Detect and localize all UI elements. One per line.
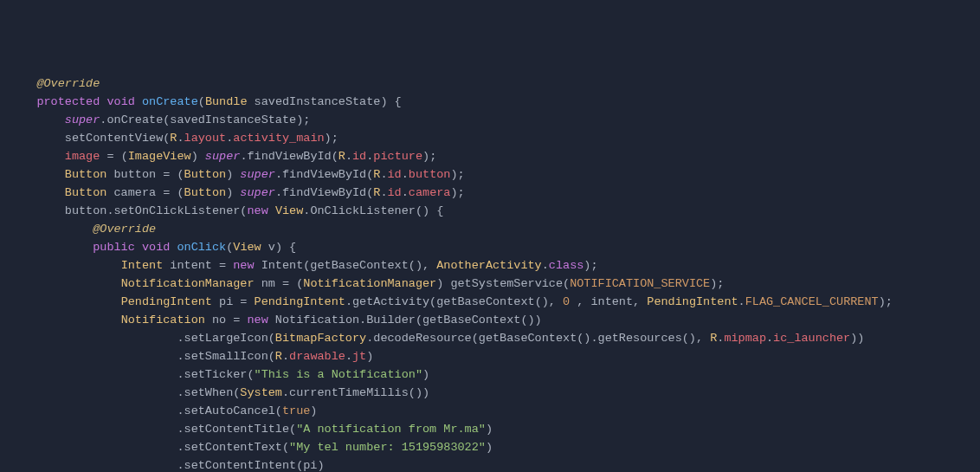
code-token: ) getSystemService( <box>436 277 570 290</box>
code-token: mipmap <box>724 332 766 345</box>
code-token: nm = ( <box>255 277 304 290</box>
code-token: . <box>542 259 549 272</box>
code-line[interactable]: .setContentText("My tel number: 15195983… <box>9 438 980 456</box>
code-token <box>9 277 121 290</box>
code-line[interactable]: .setWhen(System.currentTimeMillis()) <box>9 384 980 402</box>
code-token: .setContentText( <box>9 441 289 454</box>
code-line[interactable]: .setSmallIcon(R.drawable.jt) <box>9 347 980 365</box>
code-token: ) <box>486 441 493 454</box>
code-token: void <box>142 241 170 254</box>
code-token: ); <box>422 150 436 163</box>
code-token: .setContentTitle( <box>9 423 296 436</box>
code-token: new <box>247 204 268 217</box>
code-token: . <box>402 186 409 199</box>
code-token: NOTIFICATION_SERVICE <box>570 277 710 290</box>
code-line[interactable]: image = (ImageView) super.findViewById(R… <box>9 147 980 165</box>
code-token: ); <box>710 277 724 290</box>
code-token: @Override <box>93 223 156 236</box>
code-token: .setSmallIcon( <box>9 350 275 363</box>
code-token: ) <box>191 150 205 163</box>
code-line[interactable]: setContentView(R.layout.activity_main); <box>9 129 980 147</box>
code-line[interactable]: .setLargeIcon(BitmapFactory.decodeResour… <box>9 329 980 347</box>
code-line[interactable]: PendingIntent pi = PendingIntent.getActi… <box>9 293 980 311</box>
code-token: layout <box>184 132 227 145</box>
code-token <box>9 113 65 126</box>
code-token: FLAG_CANCEL_CURRENT <box>745 295 879 308</box>
code-token: ) <box>422 368 429 381</box>
code-token: true <box>282 404 310 417</box>
code-token: .findViewById( <box>240 150 338 163</box>
code-token: "This is a Notification" <box>255 368 422 381</box>
code-token: .setAutoCancel( <box>9 404 282 417</box>
code-token: . <box>345 350 352 363</box>
code-token: super <box>65 113 100 126</box>
code-token: System <box>240 386 282 399</box>
code-token: camera <box>409 186 451 199</box>
code-token: .findViewById( <box>275 168 373 181</box>
code-editor[interactable]: @Override protected void onCreate(Bundle… <box>9 74 980 472</box>
code-token: button <box>409 168 451 181</box>
code-token: new <box>247 314 268 327</box>
code-token: id <box>388 186 402 199</box>
code-line[interactable]: Button button = (Button) super.findViewB… <box>9 165 980 184</box>
code-token: .currentTimeMillis()) <box>282 386 429 399</box>
code-token: button = ( <box>106 168 184 181</box>
code-token: pi = <box>212 295 255 308</box>
code-token: R <box>338 150 345 163</box>
code-line[interactable]: public void onClick(View v) { <box>9 238 980 256</box>
code-token: . <box>345 150 352 163</box>
code-token: PendingIntent <box>255 295 345 308</box>
code-token: activity_main <box>233 132 324 145</box>
code-line[interactable]: Button camera = (Button) super.findViewB… <box>9 184 980 202</box>
code-token: camera = ( <box>106 186 184 199</box>
code-token: AnotherActivity <box>436 259 542 272</box>
code-token: ( <box>198 95 205 108</box>
code-line[interactable]: @Override <box>9 74 980 93</box>
code-line[interactable]: .setContentIntent(pi) <box>9 456 980 472</box>
code-token: NotificationManager <box>303 277 436 290</box>
code-token: jt <box>352 350 366 363</box>
code-token: picture <box>373 150 422 163</box>
code-token: View <box>275 204 303 217</box>
code-token: ImageView <box>128 150 191 163</box>
code-token: .getActivity(getBaseContext(), <box>345 295 563 308</box>
code-line[interactable]: button.setOnClickListener(new View.OnCli… <box>9 202 980 220</box>
code-token <box>135 95 142 108</box>
code-token: "My tel number: 15195983022" <box>289 441 486 454</box>
code-line[interactable]: Notification no = new Notification.Build… <box>9 311 980 329</box>
code-token: image <box>65 150 100 163</box>
code-token: onCreate <box>142 95 198 108</box>
code-token <box>9 314 121 327</box>
code-token <box>9 168 65 181</box>
code-token: void <box>106 95 134 108</box>
code-token: .setWhen( <box>9 386 240 399</box>
code-token: protected <box>36 95 100 108</box>
code-line[interactable]: .setAutoCancel(true) <box>9 402 980 420</box>
code-line[interactable]: NotificationManager nm = (NotificationMa… <box>9 275 980 293</box>
code-token <box>135 241 142 254</box>
code-line[interactable]: @Override <box>9 220 980 238</box>
code-token: )) <box>850 332 864 345</box>
code-token: class <box>549 259 584 272</box>
code-token: Button <box>65 168 107 181</box>
code-token: . <box>380 186 387 199</box>
code-token: , intent, <box>570 295 647 308</box>
code-token: .setTicker( <box>9 368 255 381</box>
code-line[interactable]: super.onCreate(savedInstanceState); <box>9 111 980 129</box>
code-token: ); <box>325 132 338 145</box>
code-line[interactable]: .setContentTitle("A notification from Mr… <box>9 420 980 438</box>
code-line[interactable]: protected void onCreate(Bundle savedInst… <box>9 93 980 111</box>
code-token: . <box>766 332 773 345</box>
code-token: super <box>205 150 241 163</box>
code-token: id <box>352 150 366 163</box>
code-token: ); <box>879 295 893 308</box>
code-line[interactable]: .setTicker("This is a Notification") <box>9 365 980 384</box>
code-token: ic_launcher <box>773 332 850 345</box>
code-token: ) <box>486 423 493 436</box>
code-token: setContentView( <box>9 132 170 145</box>
code-token: ) <box>310 404 317 417</box>
code-token <box>9 95 36 108</box>
code-token: Button <box>65 186 107 199</box>
code-token: View <box>233 241 261 254</box>
code-line[interactable]: Intent intent = new Intent(getBaseContex… <box>9 256 980 275</box>
